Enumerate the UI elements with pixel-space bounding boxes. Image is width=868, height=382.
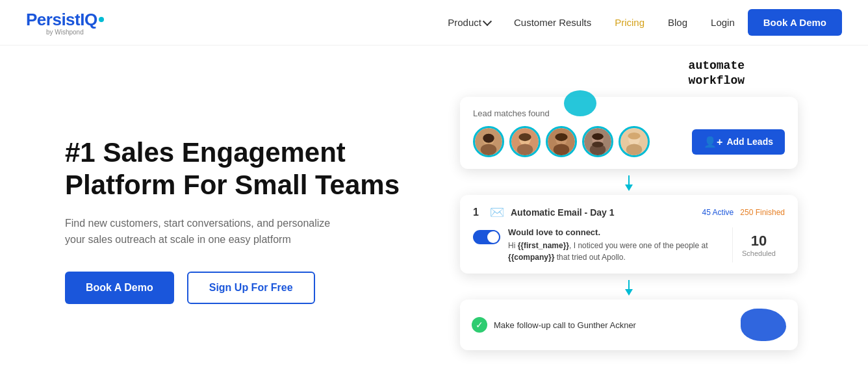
- arrow-connector-2: [460, 280, 798, 298]
- scheduled-label: Scheduled: [742, 249, 776, 257]
- automate-workflow-label: automateworkflow: [689, 58, 745, 89]
- svg-point-4: [483, 134, 494, 143]
- nav-link-login[interactable]: Login: [711, 17, 735, 28]
- check-circle-icon: ✓: [472, 317, 487, 333]
- avatar-face-1: [475, 128, 502, 155]
- svg-point-12: [555, 133, 567, 141]
- avatar-3: [546, 126, 577, 157]
- svg-marker-23: [625, 185, 633, 191]
- svg-point-8: [518, 133, 531, 141]
- toggle-knob: [487, 231, 499, 243]
- blob-bottom-decoration: [741, 309, 786, 341]
- nav-item-blog[interactable]: Blog: [668, 17, 687, 29]
- svg-marker-25: [625, 289, 633, 296]
- hero-title: #1 Sales Engagement Platform For Small T…: [65, 136, 403, 202]
- avatar-4: [582, 126, 613, 157]
- email-var-firstname: {{first_name}}: [518, 241, 569, 250]
- chevron-down-icon: [483, 17, 492, 26]
- add-person-icon: 👤+: [704, 136, 722, 148]
- card-email: 1 ✉️ Automatic Email - Day 1 45 Active 2…: [460, 195, 798, 274]
- avatar-face-3: [548, 128, 575, 155]
- avatar-1: [473, 126, 504, 157]
- left-content: #1 Sales Engagement Platform For Small T…: [65, 123, 403, 304]
- navbar: PersistIQ by Wishpond Product Customer R…: [0, 0, 868, 45]
- mockup-container: Lead matches found: [460, 97, 798, 350]
- avatar-5: [619, 126, 650, 157]
- right-content: automateworkflow Lead matches found: [442, 45, 816, 382]
- svg-point-11: [554, 144, 570, 156]
- email-body: Would love to connect. Hi {{first_name}}…: [473, 227, 785, 263]
- nav-item-pricing[interactable]: Pricing: [615, 17, 645, 29]
- nav-link-blog[interactable]: Blog: [668, 17, 687, 28]
- hero-subtitle: Find new customers, start conversations,…: [65, 215, 338, 248]
- blob-top-decoration: [564, 90, 596, 116]
- avatar-face-5: [620, 128, 648, 155]
- email-title: Automatic Email - Day 1: [511, 207, 696, 218]
- email-step-number: 1: [473, 207, 483, 218]
- badge-active: 45 Active: [702, 208, 734, 217]
- email-header: 1 ✉️ Automatic Email - Day 1 45 Active 2…: [473, 205, 785, 220]
- email-preview: Would love to connect. Hi {{first_name}}…: [508, 227, 724, 263]
- avatar-face-4: [584, 128, 611, 155]
- svg-point-21: [628, 133, 640, 140]
- svg-point-7: [517, 144, 533, 156]
- email-icon: ✉️: [490, 205, 504, 220]
- card-leads-title: Lead matches found: [473, 108, 785, 118]
- nav-links: Product Customer Results Pricing Blog Lo…: [448, 17, 735, 29]
- main-content: #1 Sales Engagement Platform For Small T…: [0, 45, 868, 382]
- logo-text: PersistIQ: [26, 10, 104, 30]
- badge-finished: 250 Finished: [740, 208, 785, 217]
- email-subject: Would love to connect.: [508, 227, 724, 237]
- nav-link-product[interactable]: Product: [448, 17, 491, 28]
- arrow-connector-1: [460, 175, 798, 194]
- toggle-switch[interactable]: [473, 230, 500, 244]
- nav-item-login[interactable]: Login: [711, 17, 735, 29]
- nav-link-customer-results[interactable]: Customer Results: [514, 17, 591, 28]
- card-leads: Lead matches found: [460, 97, 798, 169]
- email-var-company: {{company}}: [508, 253, 554, 262]
- add-leads-button[interactable]: 👤+ Add Leads: [692, 129, 785, 155]
- svg-point-16: [592, 133, 604, 140]
- avatar-2: [509, 126, 541, 157]
- svg-point-20: [626, 144, 643, 156]
- cta-buttons: Book A Demo Sign Up For Free: [65, 272, 403, 304]
- book-demo-main-button[interactable]: Book A Demo: [65, 272, 174, 304]
- nav-item-customer-results[interactable]: Customer Results: [514, 17, 591, 29]
- followup-text: Make follow-up call to Gunther Ackner: [494, 320, 636, 330]
- scheduled-number: 10: [742, 233, 776, 249]
- scheduled-box: 10 Scheduled: [732, 227, 785, 262]
- leads-row: 👤+ Add Leads: [473, 126, 785, 157]
- logo-sub: by Wishpond: [26, 29, 104, 36]
- avatar-face-2: [511, 128, 539, 155]
- nav-item-product[interactable]: Product: [448, 17, 491, 28]
- svg-point-3: [481, 144, 497, 156]
- book-demo-nav-button[interactable]: Book A Demo: [748, 9, 842, 36]
- card-followup: ✓ Make follow-up call to Gunther Ackner: [460, 299, 798, 350]
- logo-area: PersistIQ by Wishpond: [26, 10, 104, 36]
- signup-free-button[interactable]: Sign Up For Free: [187, 272, 315, 304]
- email-body-text: Hi {{first_name}}, I noticed you were on…: [508, 240, 724, 263]
- nav-link-pricing[interactable]: Pricing: [615, 17, 645, 28]
- svg-point-17: [592, 142, 604, 147]
